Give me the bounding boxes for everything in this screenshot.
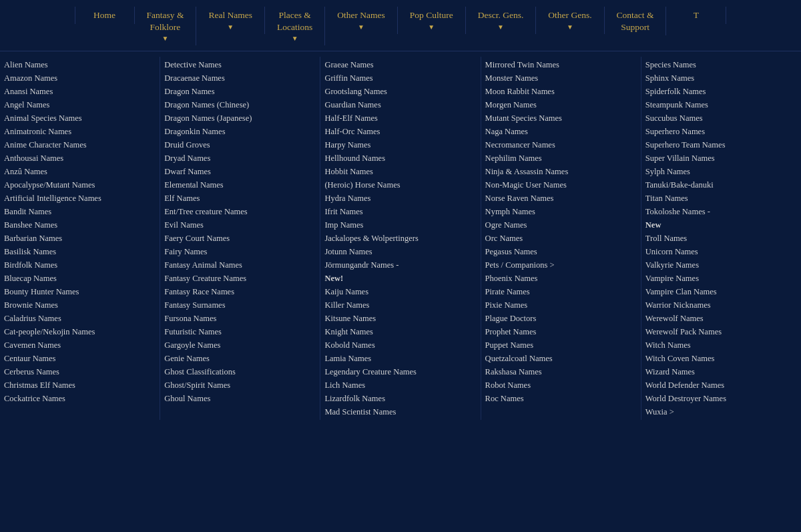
list-item[interactable]: Dragonkin Names <box>164 125 316 138</box>
list-item[interactable]: Super Villain Names <box>645 152 797 165</box>
list-item[interactable]: Mirrored Twin Names <box>485 58 637 71</box>
list-item[interactable]: Succubus Names <box>645 111 797 125</box>
list-item[interactable]: Jackalopes & Wolpertingers <box>324 232 476 245</box>
list-item[interactable]: Puppet Names <box>485 338 637 352</box>
list-item[interactable]: Barbarian Names <box>4 232 156 245</box>
list-item[interactable]: (Heroic) Horse Names <box>324 178 476 192</box>
list-item[interactable]: Fairy Names <box>164 245 316 258</box>
list-item[interactable]: Apocalypse/Mutant Names <box>4 178 156 192</box>
list-item[interactable]: Caladrius Names <box>4 312 156 325</box>
list-item[interactable]: Mutant Species Names <box>485 111 637 125</box>
nav-pop-culture[interactable]: Pop Culture ▼ <box>398 7 466 34</box>
list-item[interactable]: Graeae Names <box>324 58 476 71</box>
list-item[interactable]: Elf Names <box>164 192 316 205</box>
list-item[interactable]: Half-Orc Names <box>324 125 476 138</box>
list-item[interactable]: Nymph Names <box>485 205 637 218</box>
list-item[interactable]: Phoenix Names <box>485 272 637 285</box>
list-item[interactable]: Troll Names <box>645 232 797 245</box>
list-item[interactable]: Werewolf Pack Names <box>645 325 797 338</box>
list-item[interactable]: Wuxia > <box>645 405 797 419</box>
nav-descr-gens[interactable]: Descr. Gens. ▼ <box>466 7 537 34</box>
list-item[interactable]: Knight Names <box>324 325 476 338</box>
list-item[interactable]: Gargoyle Names <box>164 338 316 352</box>
list-item[interactable]: Necromancer Names <box>485 138 637 152</box>
list-item[interactable]: Harpy Names <box>324 138 476 152</box>
list-item[interactable]: Cat-people/Nekojin Names <box>4 325 156 338</box>
list-item[interactable]: Legendary Creature Names <box>324 365 476 378</box>
list-item[interactable]: Werewolf Names <box>645 312 797 325</box>
nav-fantasy[interactable]: Fantasy &Folklore ▼ <box>135 7 197 45</box>
list-item[interactable]: Dragon Names <box>164 85 316 98</box>
list-item[interactable]: Witch Names <box>645 338 797 352</box>
list-item[interactable]: Pixie Names <box>485 298 637 312</box>
list-item[interactable]: Sphinx Names <box>645 71 797 85</box>
list-item[interactable]: Sylph Names <box>645 165 797 178</box>
list-item[interactable]: Christmas Elf Names <box>4 378 156 392</box>
list-item[interactable]: Fantasy Race Names <box>164 285 316 298</box>
list-item[interactable]: Kaiju Names <box>324 285 476 298</box>
list-item[interactable]: Animal Species Names <box>4 111 156 125</box>
nav-places[interactable]: Places &Locations ▼ <box>265 7 325 45</box>
list-item[interactable]: Ghost/Spirit Names <box>164 378 316 392</box>
list-item[interactable]: Wizard Names <box>645 365 797 378</box>
list-item[interactable]: Anime Character Names <box>4 138 156 152</box>
list-item[interactable]: Ogre Names <box>485 218 637 232</box>
list-item[interactable]: Non-Magic User Names <box>485 178 637 192</box>
list-item[interactable]: Banshee Names <box>4 218 156 232</box>
list-item[interactable]: Jotunn Names <box>324 245 476 258</box>
list-item[interactable]: Ifrit Names <box>324 205 476 218</box>
list-item[interactable]: Dragon Names (Japanese) <box>164 111 316 125</box>
list-item[interactable]: Fantasy Creature Names <box>164 272 316 285</box>
list-item[interactable]: Lich Names <box>324 378 476 392</box>
list-item[interactable]: Brownie Names <box>4 298 156 312</box>
list-item[interactable]: Killer Names <box>324 298 476 312</box>
list-item[interactable]: Titan Names <box>645 192 797 205</box>
list-item[interactable]: Witch Coven Names <box>645 352 797 365</box>
list-item[interactable]: Pets / Companions > <box>485 258 637 272</box>
nav-home[interactable]: Home <box>75 7 135 24</box>
list-item[interactable]: Kitsune Names <box>324 312 476 325</box>
list-item[interactable]: Dwarf Names <box>164 165 316 178</box>
list-item[interactable]: Fantasy Animal Names <box>164 258 316 272</box>
list-item[interactable]: Amazon Names <box>4 71 156 85</box>
list-item[interactable]: Pegasus Names <box>485 245 637 258</box>
list-item[interactable]: Moon Rabbit Names <box>485 85 637 98</box>
list-item[interactable]: Elemental Names <box>164 178 316 192</box>
list-item[interactable]: Bandit Names <box>4 205 156 218</box>
list-item[interactable]: Plague Doctors <box>485 312 637 325</box>
list-item[interactable]: Unicorn Names <box>645 245 797 258</box>
list-item[interactable]: Cockatrice Names <box>4 392 156 405</box>
list-item[interactable]: Naga Names <box>485 125 637 138</box>
nav-real-names[interactable]: Real Names ▼ <box>196 7 265 34</box>
list-item[interactable]: Dragon Names (Chinese) <box>164 98 316 111</box>
list-item[interactable]: Hellhound Names <box>324 152 476 165</box>
list-item[interactable]: Angel Names <box>4 98 156 111</box>
list-item[interactable]: Species Names <box>645 58 797 71</box>
list-item[interactable]: Half-Elf Names <box>324 111 476 125</box>
list-item[interactable]: Ghost Classifications <box>164 365 316 378</box>
list-item[interactable]: Superhero Team Names <box>645 138 797 152</box>
list-item[interactable]: Orc Names <box>485 232 637 245</box>
list-item[interactable]: Hobbit Names <box>324 165 476 178</box>
list-item[interactable]: Grootslang Names <box>324 85 476 98</box>
list-item[interactable]: Genie Names <box>164 352 316 365</box>
list-item[interactable]: Nephilim Names <box>485 152 637 165</box>
list-item[interactable]: Valkyrie Names <box>645 258 797 272</box>
list-item[interactable]: Tanuki/Bake-danuki <box>645 178 797 192</box>
list-item[interactable]: Alien Names <box>4 58 156 71</box>
list-item[interactable]: Detective Names <box>164 58 316 71</box>
list-item[interactable]: Anthousai Names <box>4 152 156 165</box>
list-item[interactable]: Mad Scientist Names <box>324 405 476 419</box>
list-item[interactable]: Norse Raven Names <box>485 192 637 205</box>
list-item[interactable]: Birdfolk Names <box>4 258 156 272</box>
list-item[interactable]: Animatronic Names <box>4 125 156 138</box>
nav-contact[interactable]: Contact &Support <box>605 7 667 35</box>
list-item[interactable]: Ent/Tree creature Names <box>164 205 316 218</box>
list-item[interactable]: Basilisk Names <box>4 245 156 258</box>
list-item[interactable]: Druid Groves <box>164 138 316 152</box>
list-item[interactable]: Robot Names <box>485 378 637 392</box>
list-item[interactable]: Rakshasa Names <box>485 365 637 378</box>
nav-other-gens[interactable]: Other Gens. ▼ <box>536 7 604 34</box>
list-item[interactable]: Lamia Names <box>324 352 476 365</box>
list-item[interactable]: Prophet Names <box>485 325 637 338</box>
